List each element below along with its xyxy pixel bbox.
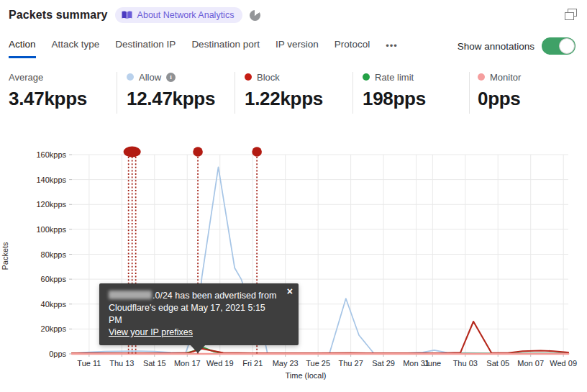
view-ip-prefixes-link[interactable]: View your IP prefixes (109, 327, 193, 337)
redacted-ip-prefix (109, 291, 152, 299)
show-annotations-control: Show annotations (458, 37, 575, 55)
stat-divider (469, 72, 470, 114)
y-tick-label: 140kpps (36, 176, 66, 184)
y-tick-label: 100kpps (36, 225, 66, 234)
x-tick-label: Wed 19 (206, 359, 234, 368)
y-tick-label: 40kpps (41, 300, 67, 309)
stat-rate-limit-label: Rate limit (375, 72, 414, 83)
x-tick-label: Thu 03 (453, 359, 478, 368)
y-tick-label: 0pps (49, 350, 66, 358)
usage-pie-icon[interactable] (250, 10, 260, 21)
x-tick-label: May 23 (273, 359, 299, 368)
stat-allow-value: 12.47kpps (127, 88, 215, 110)
x-tick-label: Sat 29 (372, 359, 395, 368)
close-icon[interactable]: × (287, 286, 293, 297)
y-tick-label: 160kpps (36, 150, 66, 159)
tooltip-caret (190, 345, 206, 353)
badge-label: About Network Analytics (137, 10, 235, 20)
show-annotations-toggle[interactable] (542, 37, 575, 55)
network-analytics-panel: { "header": { "title": "Packets summary"… (0, 0, 587, 392)
stat-monitor-value: 0pps (478, 88, 521, 110)
monitor-legend-dot (478, 73, 485, 81)
packets-time-series-chart: 0pps20kpps40kpps60kpps80kpps100kpps120kp… (0, 137, 587, 392)
x-tick-label: Thu 27 (339, 359, 363, 368)
stat-rate-limit-value: 198pps (363, 88, 426, 110)
x-tick-label: Sat 15 (143, 359, 166, 368)
header: Packets summary About Network Analytics (9, 7, 260, 23)
x-tick-label: Sat 05 (486, 359, 509, 368)
stat-monitor: Monitor 0pps (478, 70, 521, 110)
x-tick-label: Fri 21 (242, 359, 263, 368)
y-tick-label: 20kpps (41, 324, 67, 333)
page-title: Packets summary (9, 9, 108, 22)
stat-divider (117, 72, 117, 114)
allow-legend-dot (127, 73, 134, 81)
annotation-tooltip: × .0/24 has been advertised from Cloudfl… (99, 283, 299, 345)
stat-average-value: 3.47kpps (9, 88, 87, 110)
stat-divider (352, 72, 353, 114)
y-axis-title: Packets (1, 234, 9, 278)
rate-limit-legend-dot (363, 73, 370, 81)
stat-block: Block 1.22kpps (245, 70, 323, 110)
stat-average-label: Average (9, 72, 43, 83)
tooltip-line2: Cloudflare's edge at May 17, 2021 5:15 P… (109, 302, 280, 327)
tab-action[interactable]: Action (9, 39, 36, 58)
x-tick-label: Tue 11 (77, 359, 101, 368)
x-tick-label: Mon 17 (174, 359, 201, 368)
x-tick-label: Wed 09 (550, 359, 577, 368)
stat-average: Average 3.47kpps (9, 70, 87, 110)
stats-row: Average 3.47kpps Allow i 12.47kpps Block… (0, 70, 587, 118)
tab-attack-type[interactable]: Attack type (52, 39, 100, 56)
stat-block-label: Block (257, 72, 280, 83)
more-tabs-icon[interactable]: ••• (386, 39, 398, 51)
tooltip-line1: .0/24 has been advertised from (109, 290, 280, 302)
stat-divider (235, 72, 235, 114)
y-tick-label: 60kpps (41, 275, 67, 283)
x-tick-label: Thu 13 (109, 359, 134, 368)
stat-rate-limit: Rate limit 198pps (363, 70, 426, 110)
stat-allow-label: Allow (139, 72, 161, 83)
duplicate-panel-icon[interactable] (565, 9, 577, 20)
info-icon[interactable]: i (166, 73, 176, 82)
stat-block-value: 1.22kpps (245, 88, 323, 110)
chart-canvas: 0pps20kpps40kpps60kpps80kpps100kpps120kp… (0, 137, 587, 392)
dimension-tabs: Action Attack type Destination IP Destin… (9, 39, 398, 58)
annotation-marker[interactable] (193, 147, 203, 157)
stat-monitor-label: Monitor (490, 72, 521, 83)
about-network-analytics-badge[interactable]: About Network Analytics (115, 7, 243, 23)
tab-ip-version[interactable]: IP version (276, 39, 319, 56)
annotation-marker[interactable] (252, 147, 262, 157)
book-icon (122, 11, 132, 19)
tab-destination-port[interactable]: Destination port (191, 39, 260, 56)
stat-allow: Allow i 12.47kpps (127, 70, 215, 110)
show-annotations-label: Show annotations (458, 41, 534, 52)
x-tick-label: June (424, 359, 441, 368)
annotation-marker-group[interactable] (124, 147, 141, 158)
tab-protocol[interactable]: Protocol (335, 39, 370, 56)
y-tick-label: 120kpps (36, 200, 66, 209)
block-legend-dot (245, 73, 252, 81)
toggle-knob (559, 38, 575, 54)
x-axis-title: Time (local) (219, 371, 392, 380)
tab-destination-ip[interactable]: Destination IP (115, 39, 176, 56)
x-tick-label: Mon 07 (517, 359, 544, 368)
x-tick-label: Tue 25 (306, 359, 330, 368)
y-tick-label: 80kpps (41, 250, 67, 259)
